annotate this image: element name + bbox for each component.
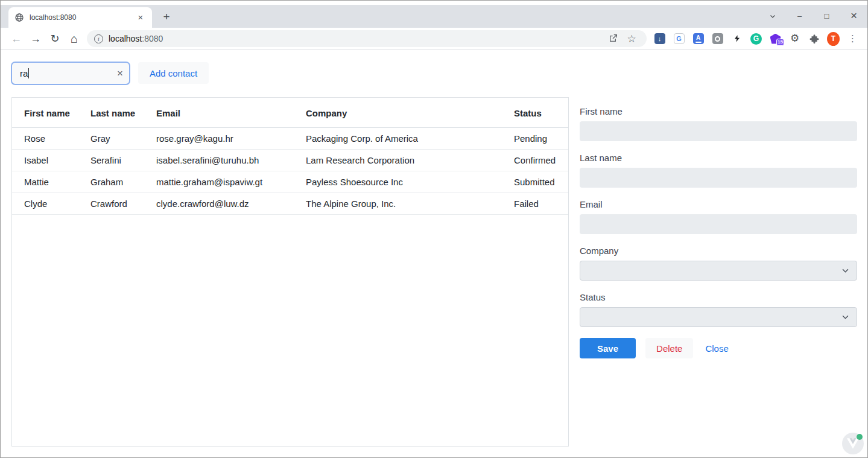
status-select[interactable] — [580, 307, 857, 327]
email-field[interactable] — [580, 214, 857, 234]
window-controls: – □ × — [759, 7, 867, 25]
page-content: ra × Add contact First name Last name Em… — [1, 50, 867, 457]
cell-last: Serafini — [78, 150, 144, 171]
cell-email: isabel.serafini@turuhu.bh — [144, 150, 294, 171]
cell-status: Submitted — [502, 171, 568, 193]
header-first-name[interactable]: First name — [12, 98, 78, 128]
gear-extension-icon[interactable]: ⚙ — [788, 33, 801, 44]
cell-company: Payless Shoesource Inc — [294, 171, 502, 193]
delete-button[interactable]: Delete — [645, 338, 693, 358]
forward-icon[interactable]: → — [26, 33, 45, 45]
profile-avatar[interactable]: T — [827, 32, 840, 46]
first-name-label: First name — [580, 106, 857, 118]
cell-last: Gray — [78, 128, 144, 150]
cell-email: rose.gray@kagu.hr — [144, 128, 294, 150]
back-icon[interactable]: ← — [7, 33, 26, 45]
cell-first: Mattie — [12, 171, 78, 193]
extensions-row: ↓ G A G 15 ⚙ T ⋮ — [653, 28, 859, 49]
add-contact-button[interactable]: Add contact — [138, 62, 209, 84]
vue-devtools-badge[interactable] — [842, 433, 864, 454]
site-info-icon[interactable]: i — [94, 34, 103, 43]
grammarly-extension-icon[interactable]: G — [750, 33, 762, 45]
bookmark-star-icon[interactable]: ☆ — [622, 33, 641, 45]
maximize-button[interactable]: □ — [813, 11, 840, 21]
table-row[interactable]: IsabelSerafiniisabel.serafini@turuhu.bhL… — [12, 150, 568, 171]
cell-status: Confirmed — [502, 150, 568, 171]
company-label: Company — [580, 245, 857, 257]
globe-icon — [14, 13, 24, 22]
status-dot — [857, 434, 863, 440]
header-company[interactable]: Company — [294, 98, 502, 128]
share-icon[interactable] — [604, 33, 622, 45]
translate-extension-icon[interactable]: G — [673, 33, 685, 44]
lightning-extension-icon[interactable] — [730, 33, 743, 44]
status-label: Status — [580, 291, 857, 304]
first-name-field[interactable] — [580, 121, 857, 141]
honey-badge: 15 — [776, 39, 784, 46]
browser-tab[interactable]: localhost:8080 × — [8, 7, 152, 28]
keyboard-extension-icon[interactable]: A — [692, 33, 705, 44]
tab-title: localhost:8080 — [30, 13, 135, 22]
cell-first: Rose — [12, 128, 78, 150]
cell-first: Clyde — [12, 193, 78, 215]
close-button[interactable]: Close — [703, 339, 730, 358]
contacts-table-card: First name Last name Email Company Statu… — [11, 97, 569, 447]
vue-logo-icon — [847, 438, 859, 449]
contacts-tbody: RoseGrayrose.gray@kagu.hrPackaging Corp.… — [12, 128, 568, 215]
table-row[interactable]: MattieGrahammattie.graham@ispaviw.gtPayl… — [12, 171, 568, 193]
cell-email: clyde.crawford@luw.dz — [144, 193, 294, 215]
minimize-button[interactable]: – — [786, 11, 813, 21]
camera-extension-icon[interactable] — [711, 33, 724, 44]
cell-company: Packaging Corp. of America — [294, 128, 502, 150]
search-value: ra — [20, 68, 28, 78]
cell-company: The Alpine Group, Inc. — [294, 193, 502, 215]
new-tab-button[interactable]: + — [159, 10, 174, 24]
table-row[interactable]: ClydeCrawfordclyde.crawford@luw.dzThe Al… — [12, 193, 568, 215]
browser-window: localhost:8080 × + – □ × ← → ↻ ⌂ i local… — [0, 0, 868, 458]
download-extension-icon[interactable]: ↓ — [653, 33, 666, 44]
cell-last: Crawford — [78, 193, 144, 215]
cell-status: Pending — [502, 128, 568, 150]
cell-status: Failed — [502, 193, 568, 215]
honey-extension-icon[interactable]: 15 — [769, 34, 782, 44]
header-email[interactable]: Email — [144, 98, 294, 128]
tab-search-icon[interactable] — [759, 11, 786, 21]
window-close-button[interactable]: × — [840, 9, 867, 22]
contact-form-panel: First name Last name Email Company — [580, 106, 857, 358]
email-label: Email — [580, 199, 857, 211]
header-status[interactable]: Status — [502, 98, 568, 128]
search-clear-icon[interactable]: × — [117, 68, 123, 78]
cell-company: Lam Research Corporation — [294, 150, 502, 171]
company-select[interactable] — [580, 261, 857, 281]
contact-search-input[interactable]: ra × — [11, 62, 130, 85]
home-icon[interactable]: ⌂ — [65, 32, 84, 46]
save-button[interactable]: Save — [580, 338, 636, 358]
tab-strip: localhost:8080 × + – □ × — [1, 1, 867, 28]
text-caret — [28, 68, 29, 78]
reload-icon[interactable]: ↻ — [45, 32, 65, 45]
table-header-row: First name Last name Email Company Statu… — [12, 98, 568, 128]
address-bar[interactable]: i localhost:8080 ☆ — [87, 30, 647, 47]
browser-menu-icon[interactable]: ⋮ — [846, 33, 859, 44]
cell-first: Isabel — [12, 150, 78, 171]
last-name-label: Last name — [580, 152, 857, 164]
last-name-field[interactable] — [580, 168, 857, 188]
cell-last: Graham — [78, 171, 144, 193]
tab-close-icon[interactable]: × — [135, 12, 146, 23]
cell-email: mattie.graham@ispaviw.gt — [144, 171, 294, 193]
table-row[interactable]: RoseGrayrose.gray@kagu.hrPackaging Corp.… — [12, 128, 568, 150]
puzzle-extensions-icon[interactable] — [808, 33, 820, 44]
header-last-name[interactable]: Last name — [78, 98, 144, 128]
url-text: localhost:8080 — [109, 34, 163, 43]
contacts-table: First name Last name Email Company Statu… — [12, 98, 568, 215]
